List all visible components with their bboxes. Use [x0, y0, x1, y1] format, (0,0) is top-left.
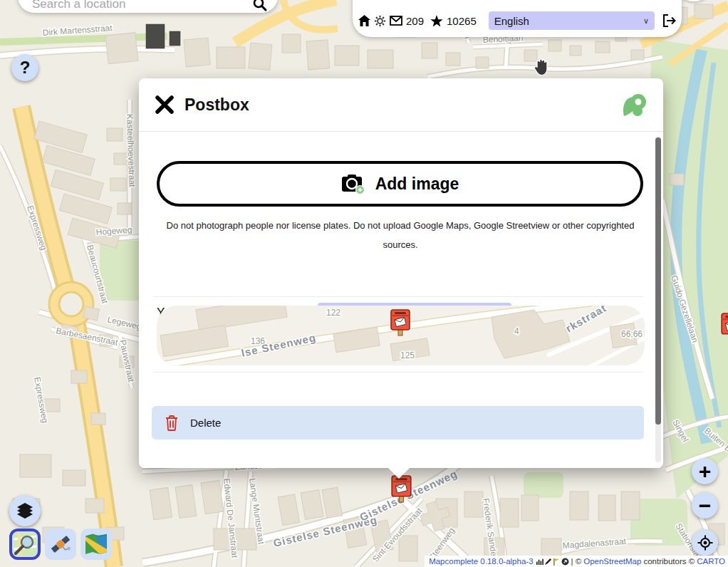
gear-icon[interactable]: [374, 15, 386, 27]
attribution-contributors: contributors ©: [643, 557, 695, 566]
trash-icon: [165, 415, 179, 432]
crosshair-icon: [697, 535, 713, 551]
folded-map-icon: [84, 532, 108, 556]
dialog-scrollbar[interactable]: [655, 136, 661, 462]
add-image-button[interactable]: Add image: [157, 161, 643, 207]
layers-button[interactable]: [9, 495, 41, 526]
mapcomplete-version-link[interactable]: Mapcomplete 0.18.0-alpha-3: [429, 557, 533, 566]
divider: [153, 372, 643, 373]
hand-stats-icon[interactable]: [536, 558, 544, 566]
carto-link[interactable]: CARTO: [697, 557, 725, 566]
delete-button[interactable]: Delete: [152, 406, 644, 439]
search-icon[interactable]: [252, 0, 268, 12]
svg-text:4: 4: [514, 326, 519, 336]
delete-label: Delete: [190, 417, 221, 429]
search-input[interactable]: [31, 0, 252, 12]
style-satellite-button[interactable]: [45, 529, 76, 560]
user-bar: 209 10265 English ∨: [353, 0, 682, 37]
chevron-down-icon: ∨: [643, 16, 649, 26]
satellite-icon: [48, 532, 73, 556]
dialog-scroll-area[interactable]: Add image Do not photograph people nor l…: [139, 131, 663, 468]
image-license-notice: Do not photograph people nor license pla…: [166, 216, 635, 254]
pencil-icon[interactable]: [544, 558, 552, 566]
help-button[interactable]: ?: [11, 54, 38, 81]
mastodon-icon[interactable]: [561, 558, 569, 566]
feature-minimap[interactable]: 122 136 125 4 66;66 rkstraat lse Steenwe…: [157, 306, 645, 365]
svg-text:125: 125: [400, 350, 415, 360]
stars-count: 10265: [447, 15, 477, 27]
hand-cursor-icon: [531, 57, 551, 78]
basemap-style-switcher: [9, 529, 112, 560]
camera-plus-icon: [341, 173, 365, 194]
svg-text:122: 122: [326, 308, 340, 318]
style-osm-button[interactable]: [9, 529, 41, 560]
osm-map-icon: [13, 532, 37, 556]
help-label: ?: [20, 58, 31, 78]
style-carto-map-button[interactable]: [80, 529, 112, 560]
geolocate-button[interactable]: [692, 529, 718, 556]
zoom-in-button[interactable]: +: [692, 458, 718, 484]
logout-icon[interactable]: [662, 14, 676, 27]
zoom-in-label: +: [699, 459, 712, 484]
search-bar[interactable]: [18, 0, 278, 13]
add-image-label: Add image: [375, 175, 459, 194]
language-select[interactable]: English ∨: [489, 11, 655, 30]
home-icon[interactable]: [358, 15, 370, 26]
osm-link[interactable]: OpenStreetMap: [583, 557, 641, 566]
app-root: Dirk Martensstraat Expressweg Expressweg…: [0, 0, 728, 567]
attribution-separator: | ©: [571, 557, 582, 566]
dialog-title: Postbox: [184, 95, 249, 115]
zoom-out-label: −: [699, 494, 712, 518]
messages-icon[interactable]: [390, 16, 402, 26]
close-icon[interactable]: [155, 95, 175, 115]
flag-icon[interactable]: [553, 558, 561, 566]
messages-count: 209: [406, 15, 424, 27]
scrollbar-thumb[interactable]: [655, 137, 661, 425]
postbox-dialog: Postbox Add image Do not photograph peo: [139, 78, 663, 468]
star-icon: [430, 15, 443, 27]
svg-text:66;66: 66;66: [621, 329, 643, 339]
zoom-out-button[interactable]: −: [692, 492, 718, 519]
mapcomplete-logo-icon: [620, 92, 648, 118]
layers-icon: [16, 501, 34, 520]
attribution-bar: Mapcomplete 0.18.0-alpha-3 | © OpenStree…: [425, 556, 728, 567]
divider: [153, 296, 643, 297]
